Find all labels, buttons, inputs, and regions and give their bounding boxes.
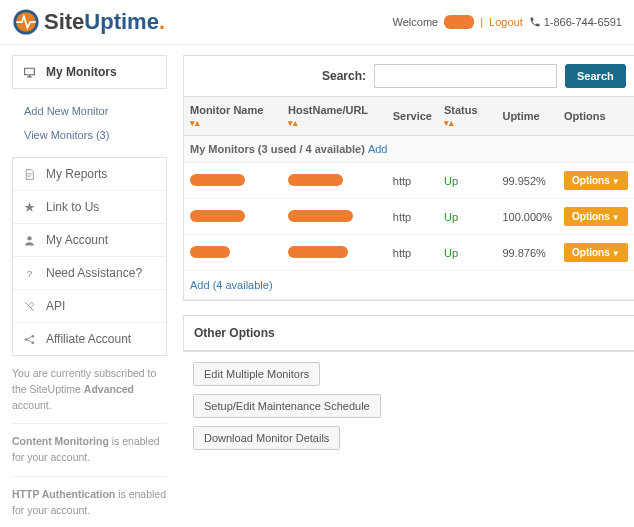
hostname-redacted bbox=[288, 210, 353, 222]
sort-icon: ▾▴ bbox=[288, 118, 298, 128]
http-auth-note: HTTP Authentication is enabled for your … bbox=[12, 477, 167, 527]
phone: 1-866-744-6591 bbox=[529, 16, 622, 28]
sidebar-item-api[interactable]: API bbox=[13, 290, 166, 323]
logo-icon bbox=[12, 8, 40, 36]
phone-icon bbox=[529, 16, 541, 28]
table-row: http Up 100.000% Options▼ bbox=[184, 199, 634, 235]
subheader-add-link[interactable]: Add bbox=[368, 143, 388, 155]
col-monitor-name[interactable]: Monitor Name ▾▴ bbox=[184, 97, 282, 136]
content-monitoring-note: Content Monitoring is enabled for your a… bbox=[12, 424, 167, 477]
service-cell: http bbox=[387, 235, 438, 271]
options-button[interactable]: Options▼ bbox=[564, 171, 628, 190]
service-cell: http bbox=[387, 199, 438, 235]
search-button[interactable]: Search bbox=[565, 64, 626, 88]
table-row: http Up 99.876% Options▼ bbox=[184, 235, 634, 271]
search-input[interactable] bbox=[374, 64, 557, 88]
logo-text: SiteUptime. bbox=[44, 9, 165, 35]
status-cell: Up bbox=[438, 163, 497, 199]
search-row: Search: Search bbox=[184, 56, 634, 97]
uptime-cell: 99.952% bbox=[496, 163, 558, 199]
sidebar-item-affiliate[interactable]: Affiliate Account bbox=[13, 323, 166, 355]
username-redacted bbox=[444, 15, 474, 29]
separator: | bbox=[480, 16, 483, 28]
sidebar-item-my-reports[interactable]: My Reports bbox=[13, 158, 166, 191]
svg-point-5 bbox=[31, 334, 34, 337]
sidebar-label: API bbox=[46, 299, 65, 313]
chevron-down-icon: ▼ bbox=[612, 177, 620, 186]
options-button[interactable]: Options▼ bbox=[564, 243, 628, 262]
logo[interactable]: SiteUptime. bbox=[12, 8, 165, 36]
table-subheader: My Monitors (3 used / 4 available) Add bbox=[184, 136, 634, 163]
share-icon bbox=[23, 333, 36, 346]
monitor-name-redacted bbox=[190, 246, 230, 258]
hostname-redacted bbox=[288, 246, 348, 258]
uptime-cell: 100.000% bbox=[496, 199, 558, 235]
status-cell: Up bbox=[438, 199, 497, 235]
sidebar-item-my-account[interactable]: My Account bbox=[13, 224, 166, 257]
tools-icon bbox=[23, 300, 36, 313]
welcome-label: Welcome bbox=[393, 16, 439, 28]
options-button[interactable]: Options▼ bbox=[564, 207, 628, 226]
sidebar: My Monitors Add New Monitor View Monitor… bbox=[12, 55, 167, 527]
edit-multiple-button[interactable]: Edit Multiple Monitors bbox=[193, 362, 320, 386]
sort-icon: ▾▴ bbox=[190, 118, 200, 128]
sidebar-item-my-monitors[interactable]: My Monitors bbox=[13, 56, 166, 88]
maintenance-schedule-button[interactable]: Setup/Edit Maintenance Schedule bbox=[193, 394, 381, 418]
download-details-button[interactable]: Download Monitor Details bbox=[193, 426, 340, 450]
monitors-table: Monitor Name ▾▴ HostName/URL ▾▴ Service … bbox=[184, 97, 634, 300]
subscription-note: You are currently subscribed to the Site… bbox=[12, 356, 167, 424]
sidebar-label: Link to Us bbox=[46, 200, 99, 214]
svg-text:?: ? bbox=[27, 267, 33, 278]
logout-link[interactable]: Logout bbox=[489, 16, 523, 28]
uptime-cell: 99.876% bbox=[496, 235, 558, 271]
other-options-panel: Other Options bbox=[183, 315, 634, 352]
status-cell: Up bbox=[438, 235, 497, 271]
monitors-panel: Search: Search Monitor Name ▾▴ HostName/… bbox=[183, 55, 634, 301]
svg-point-4 bbox=[25, 338, 28, 341]
header-right: Welcome | Logout 1-866-744-6591 bbox=[393, 15, 622, 29]
table-row: http Up 99.952% Options▼ bbox=[184, 163, 634, 199]
monitor-name-redacted bbox=[190, 210, 245, 222]
hostname-redacted bbox=[288, 174, 343, 186]
col-service[interactable]: Service bbox=[387, 97, 438, 136]
chevron-down-icon: ▼ bbox=[612, 249, 620, 258]
col-uptime[interactable]: Uptime bbox=[496, 97, 558, 136]
user-icon bbox=[23, 234, 36, 247]
add-row: Add (4 available) bbox=[184, 271, 634, 300]
sidebar-label: Need Assistance? bbox=[46, 266, 142, 280]
svg-point-6 bbox=[31, 341, 34, 344]
col-options: Options bbox=[558, 97, 634, 136]
col-hostname[interactable]: HostName/URL ▾▴ bbox=[282, 97, 387, 136]
sidebar-item-need-assistance[interactable]: ? Need Assistance? bbox=[13, 257, 166, 290]
sidebar-add-new-monitor[interactable]: Add New Monitor bbox=[16, 99, 167, 123]
reports-icon bbox=[23, 168, 36, 181]
monitor-name-redacted bbox=[190, 174, 245, 186]
chevron-down-icon: ▼ bbox=[612, 213, 620, 222]
sidebar-item-link-to-us[interactable]: Link to Us bbox=[13, 191, 166, 224]
add-available-link[interactable]: Add (4 available) bbox=[190, 279, 273, 291]
sidebar-label: My Monitors bbox=[46, 65, 117, 79]
header: SiteUptime. Welcome | Logout 1-866-744-6… bbox=[0, 0, 634, 45]
sidebar-label: My Account bbox=[46, 233, 108, 247]
search-label: Search: bbox=[322, 69, 366, 83]
other-options-body: Edit Multiple Monitors Setup/Edit Mainte… bbox=[183, 352, 634, 460]
sidebar-label: My Reports bbox=[46, 167, 107, 181]
other-options-title: Other Options bbox=[184, 316, 634, 351]
col-status[interactable]: Status ▾▴ bbox=[438, 97, 497, 136]
monitor-icon bbox=[23, 66, 36, 79]
question-icon: ? bbox=[23, 267, 36, 280]
sidebar-label: Affiliate Account bbox=[46, 332, 131, 346]
star-icon bbox=[23, 201, 36, 214]
sidebar-view-monitors[interactable]: View Monitors (3) bbox=[16, 123, 167, 147]
sort-icon: ▾▴ bbox=[444, 118, 454, 128]
svg-point-2 bbox=[27, 236, 31, 240]
main-content: Search: Search Monitor Name ▾▴ HostName/… bbox=[183, 55, 634, 527]
service-cell: http bbox=[387, 163, 438, 199]
